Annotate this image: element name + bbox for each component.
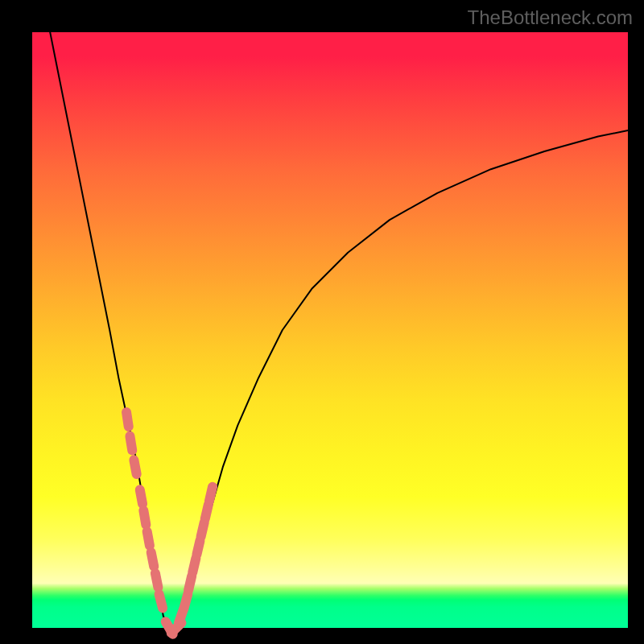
marker-dot bbox=[126, 412, 129, 427]
marker-dot bbox=[155, 573, 159, 588]
marker-dot bbox=[201, 522, 204, 537]
marker-dot bbox=[140, 489, 142, 504]
marker-dot bbox=[130, 436, 132, 451]
marker-dot bbox=[205, 505, 208, 519]
marker-dots-group bbox=[126, 412, 213, 634]
chart-plot-area bbox=[32, 32, 628, 628]
marker-dot bbox=[143, 510, 146, 525]
marker-dot bbox=[192, 559, 196, 573]
chart-outer-frame: TheBottleneck.com bbox=[0, 0, 644, 644]
marker-dot bbox=[184, 594, 188, 608]
marker-dot bbox=[134, 460, 136, 474]
marker-dot bbox=[159, 594, 163, 608]
marker-dot bbox=[209, 487, 213, 502]
marker-dot bbox=[147, 531, 150, 546]
marker-dot bbox=[188, 576, 192, 591]
chart-svg bbox=[32, 32, 628, 628]
marker-dot bbox=[196, 540, 200, 555]
attribution-text: TheBottleneck.com bbox=[468, 6, 633, 29]
marker-dot bbox=[151, 552, 155, 567]
bottleneck-curve bbox=[50, 32, 628, 628]
